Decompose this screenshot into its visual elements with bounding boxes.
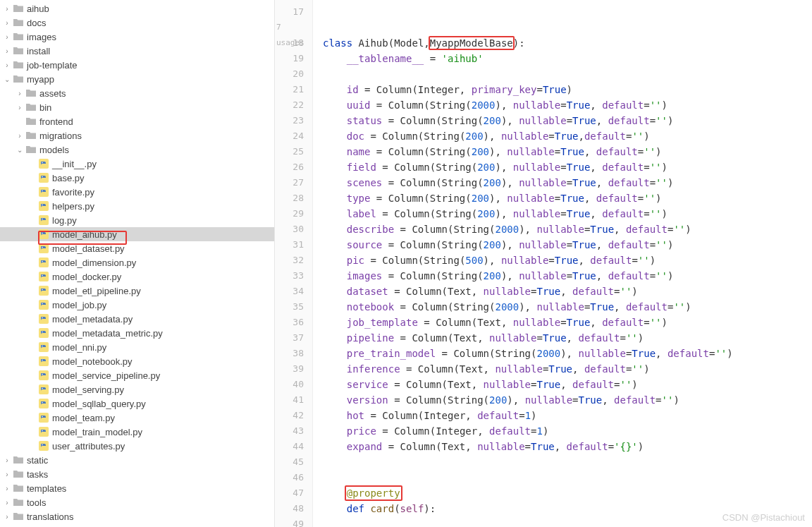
folder-icon bbox=[13, 18, 24, 27]
field-line[interactable]: notebook = Column(String(2000), nullable… bbox=[313, 299, 812, 315]
tree-row[interactable]: ›aihub bbox=[0, 1, 274, 16]
tree-row[interactable]: ›model_notebook.py bbox=[0, 354, 274, 368]
code-line[interactable] bbox=[313, 4, 812, 20]
svg-point-31 bbox=[42, 374, 43, 375]
tree-row[interactable]: ⌄models bbox=[0, 143, 274, 157]
chevron-right-icon[interactable]: › bbox=[16, 90, 24, 97]
field-line[interactable]: field = Column(String(200), nullable=Tru… bbox=[313, 159, 812, 175]
chevron-right-icon[interactable]: › bbox=[3, 47, 11, 55]
tree-row[interactable]: ›model_team.py bbox=[0, 411, 274, 425]
tree-row[interactable]: ›tasks bbox=[0, 467, 274, 481]
tree-item-label: model_serving.py bbox=[52, 384, 124, 395]
field-line[interactable]: source = Column(String(200), nullable=Tr… bbox=[313, 237, 812, 253]
tree-row[interactable]: ›job-template bbox=[0, 58, 274, 72]
class-declaration[interactable]: class Aihub(Model,MyappModelBase): bbox=[313, 35, 812, 51]
field-line[interactable]: expand = Column(Text, nullable=True, def… bbox=[313, 439, 812, 454]
tree-row[interactable]: ›assets bbox=[0, 86, 274, 100]
svg-point-5 bbox=[42, 190, 43, 192]
tree-item-label: translations bbox=[27, 511, 73, 522]
tree-row[interactable]: ›frontend bbox=[0, 114, 274, 128]
tree-row[interactable]: ›model_serving.py bbox=[0, 382, 274, 396]
tree-row[interactable]: ›images bbox=[0, 30, 274, 44]
chevron-right-icon[interactable]: › bbox=[3, 485, 11, 492]
code-line[interactable] bbox=[313, 20, 812, 35]
tree-row[interactable]: ›base.py bbox=[0, 171, 274, 185]
code-line[interactable] bbox=[313, 66, 812, 82]
field-line[interactable]: pre_train_model = Column(String(2000), n… bbox=[313, 346, 812, 361]
tree-row[interactable]: ⌄myapp bbox=[0, 72, 274, 86]
tree-row[interactable]: ›helpers.py bbox=[0, 199, 274, 213]
svg-point-41 bbox=[42, 444, 43, 446]
tree-row[interactable]: ›bin bbox=[0, 100, 274, 114]
field-line[interactable]: images = Column(String(200), nullable=Tr… bbox=[313, 268, 812, 284]
tree-row[interactable]: ›migrations bbox=[0, 128, 274, 143]
property-decorator[interactable]: @property bbox=[313, 485, 812, 501]
usages-hint[interactable]: 7 usages bbox=[275, 20, 312, 35]
tree-row[interactable]: ›model_dataset.py bbox=[0, 241, 274, 255]
tree-row[interactable]: ›templates bbox=[0, 481, 274, 495]
chevron-right-icon[interactable]: › bbox=[3, 471, 11, 478]
tree-row[interactable]: ›translations bbox=[0, 509, 274, 523]
field-line[interactable]: job_template = Column(Text, nullable=Tru… bbox=[313, 315, 812, 330]
tree-row[interactable]: ›model_etl_pipeline.py bbox=[0, 284, 274, 298]
tree-row[interactable]: ›install bbox=[0, 44, 274, 58]
field-line[interactable]: id = Column(Integer, primary_key=True) bbox=[313, 82, 812, 97]
tree-row[interactable]: ›model_sqllab_query.py bbox=[0, 396, 274, 411]
chevron-right-icon[interactable]: › bbox=[16, 104, 24, 111]
chevron-down-icon[interactable]: ⌄ bbox=[3, 75, 11, 83]
tree-row[interactable]: ›model_nni.py bbox=[0, 340, 274, 354]
chevron-right-icon[interactable]: › bbox=[16, 132, 24, 140]
tree-row[interactable]: ›tools bbox=[0, 495, 274, 509]
tree-item-label: docs bbox=[27, 18, 46, 28]
chevron-right-icon[interactable]: › bbox=[3, 513, 11, 521]
field-line[interactable]: describe = Column(String(2000), nullable… bbox=[313, 222, 812, 237]
chevron-right-icon[interactable]: › bbox=[3, 499, 11, 507]
tree-row[interactable]: ›model_metadata.py bbox=[0, 312, 274, 326]
field-line[interactable]: price = Column(Integer, default=1) bbox=[313, 423, 812, 439]
field-line[interactable]: status = Column(String(200), nullable=Tr… bbox=[313, 113, 812, 128]
code-line[interactable] bbox=[313, 454, 812, 470]
tree-row[interactable]: ›static bbox=[0, 453, 274, 467]
python-file-icon bbox=[38, 427, 49, 437]
chevron-right-icon[interactable]: › bbox=[3, 19, 11, 27]
project-tree[interactable]: ›aihub›docs›images›install›job-template⌄… bbox=[0, 0, 275, 527]
tree-row[interactable]: ›user_attributes.py bbox=[0, 439, 274, 453]
field-line[interactable]: doc = Column(String(200), nullable=True,… bbox=[313, 128, 812, 144]
tree-item-label: model_metadata_metric.py bbox=[52, 328, 163, 339]
code-editor[interactable]: class Aihub(Model,MyappModelBase): __tab… bbox=[313, 0, 812, 527]
tree-row[interactable]: ›model_train_model.py bbox=[0, 425, 274, 439]
tree-row[interactable]: ›model_aihub.py bbox=[0, 227, 274, 241]
field-line[interactable]: type = Column(String(200), nullable=True… bbox=[313, 190, 812, 206]
field-line[interactable]: scenes = Column(String(200), nullable=Tr… bbox=[313, 175, 812, 190]
field-line[interactable]: service = Column(Text, nullable=True, de… bbox=[313, 377, 812, 392]
code-line[interactable] bbox=[313, 470, 812, 485]
chevron-right-icon[interactable]: › bbox=[3, 33, 11, 41]
tree-row[interactable]: ›model_service_pipeline.py bbox=[0, 368, 274, 382]
field-line[interactable]: version = Column(String(200), nullable=T… bbox=[313, 392, 812, 408]
chevron-right-icon[interactable]: › bbox=[3, 61, 11, 69]
tree-item-label: frontend bbox=[39, 116, 73, 127]
tree-item-label: bin bbox=[39, 102, 51, 113]
folder-icon bbox=[25, 103, 37, 111]
tree-row[interactable]: ›log.py bbox=[0, 213, 274, 227]
chevron-down-icon[interactable]: ⌄ bbox=[16, 146, 24, 154]
field-line[interactable]: uuid = Column(String(2000), nullable=Tru… bbox=[313, 97, 812, 113]
field-line[interactable]: label = Column(String(200), nullable=Tru… bbox=[313, 206, 812, 222]
chevron-right-icon[interactable]: › bbox=[3, 5, 11, 13]
tree-row[interactable]: ›favorite.py bbox=[0, 185, 274, 199]
field-line[interactable]: inference = Column(Text, nullable=True, … bbox=[313, 361, 812, 377]
tree-row[interactable]: ›model_dimension.py bbox=[0, 255, 274, 269]
tree-row[interactable]: ›model_job.py bbox=[0, 298, 274, 312]
svg-point-23 bbox=[42, 317, 43, 319]
field-line[interactable]: name = Column(String(200), nullable=True… bbox=[313, 144, 812, 159]
tablename-line[interactable]: __tablename__ = 'aihub' bbox=[313, 51, 812, 66]
chevron-right-icon[interactable]: › bbox=[3, 456, 11, 464]
tree-row[interactable]: ›__init__.py bbox=[0, 157, 274, 171]
field-line[interactable]: pic = Column(String(500), nullable=True,… bbox=[313, 253, 812, 268]
field-line[interactable]: pipeline = Column(Text, nullable=True, d… bbox=[313, 330, 812, 346]
field-line[interactable]: hot = Column(Integer, default=1) bbox=[313, 408, 812, 423]
field-line[interactable]: dataset = Column(Text, nullable=True, de… bbox=[313, 284, 812, 299]
tree-row[interactable]: ›model_docker.py bbox=[0, 269, 274, 284]
tree-row[interactable]: ›model_metadata_metric.py bbox=[0, 326, 274, 340]
tree-row[interactable]: ›docs bbox=[0, 16, 274, 30]
